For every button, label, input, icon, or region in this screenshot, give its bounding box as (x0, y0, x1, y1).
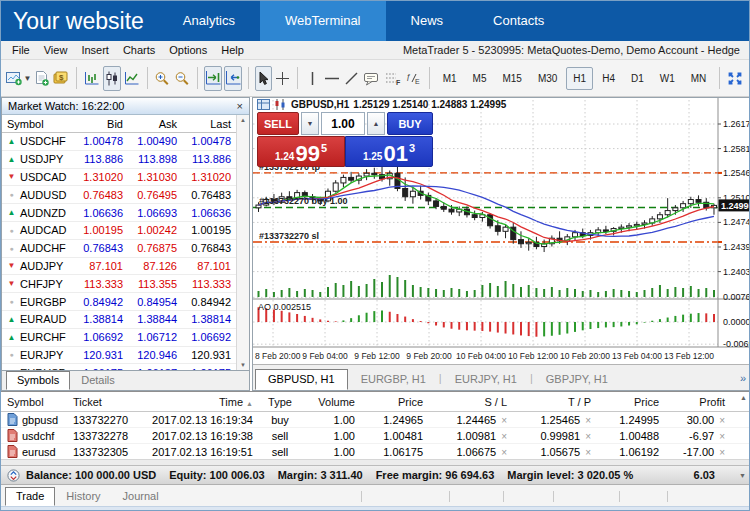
scroll-down-icon[interactable]: ▼ (739, 472, 746, 479)
tab-history[interactable]: History (55, 487, 111, 506)
menu-charts[interactable]: Charts (116, 44, 162, 56)
market-watch-row-audjpy[interactable]: ▼AUDJPY87.10187.12687.101 (2, 258, 236, 276)
timeframe-m5[interactable]: M5 (466, 67, 494, 90)
tabs-overflow-icon[interactable]: » (740, 372, 746, 384)
trendline-icon[interactable] (343, 66, 360, 91)
tab-symbols[interactable]: Symbols (6, 371, 70, 390)
nav-item-webterminal[interactable]: WebTerminal (260, 1, 386, 41)
fibo-icon[interactable]: F (383, 66, 402, 91)
timeframe-h1[interactable]: H1 (566, 67, 593, 90)
trade-row-usdchf[interactable]: usdchf1337322782017.02.13 16:19:38sell1.… (1, 428, 749, 444)
menu-file[interactable]: File (5, 44, 37, 56)
buy-price-panel[interactable]: 1.25 01 3 (345, 136, 433, 167)
cursor-icon[interactable] (255, 66, 272, 91)
column-header-sl[interactable]: S / L (429, 396, 513, 408)
new-order-icon[interactable] (33, 66, 50, 91)
market-watch-row-eurchf[interactable]: ▲EURCHF1.066921.067121.06692 (2, 329, 236, 347)
nav-item-analytics[interactable]: Analytics (158, 1, 260, 41)
remove-icon[interactable]: × (501, 447, 507, 458)
column-header-ask[interactable]: Ask (128, 118, 182, 130)
market-watch-row-audcad[interactable]: ●AUDCAD1.001951.002421.00195 (2, 222, 236, 240)
menu-insert[interactable]: Insert (74, 44, 116, 56)
remove-icon[interactable]: × (585, 415, 591, 426)
sell-price-panel[interactable]: 1.24 99 5 (257, 136, 345, 167)
column-header-price[interactable]: Price (361, 396, 429, 408)
bars-chart-icon[interactable] (83, 66, 101, 91)
menu-options[interactable]: Options (162, 44, 214, 56)
tab-journal[interactable]: Journal (112, 487, 170, 506)
column-header-symbol[interactable]: Symbol (1, 396, 67, 408)
timeframe-m15[interactable]: M15 (495, 67, 528, 90)
market-watch-scrollbar[interactable]: ▲ ▼ (236, 115, 249, 370)
scroll-up-icon[interactable]: ▲ (240, 117, 246, 123)
zoom-in-icon[interactable] (153, 66, 171, 91)
column-header-last[interactable]: Last (182, 118, 236, 130)
buy-button[interactable]: BUY (387, 112, 433, 135)
chart-tab-gbpusd-h1[interactable]: GBPUSD, H1 (255, 369, 348, 390)
chart-panel-icon[interactable] (257, 99, 270, 110)
fullscreen-icon[interactable] (726, 66, 744, 91)
deposit-icon[interactable]: $ (52, 66, 70, 91)
market-watch-row-usdcad[interactable]: ▼USDCAD1.310201.310301.31020 (2, 169, 236, 187)
new-chart-icon[interactable]: ▼ (6, 66, 31, 91)
timeframe-h4[interactable]: H4 (595, 67, 622, 90)
trade-row-gbpusd[interactable]: gbpusd1337322702017.02.13 16:19:34buy1.0… (1, 412, 749, 428)
column-header-symbol[interactable]: Symbol (2, 118, 74, 130)
remove-icon[interactable]: × (501, 415, 507, 426)
remove-icon[interactable]: × (501, 431, 507, 442)
crosshair-icon[interactable] (274, 66, 291, 91)
remove-icon[interactable]: × (719, 415, 725, 426)
timeframe-m30[interactable]: M30 (531, 67, 564, 90)
line-chart-icon[interactable] (123, 66, 141, 91)
horizontal-line-icon[interactable] (323, 66, 341, 91)
volume-down-button[interactable]: ▼ (301, 112, 319, 135)
market-watch-row-eurjpy[interactable]: ●EURJPY120.931120.946120.931 (2, 347, 236, 365)
trade-row-eurusd[interactable]: eurusd1337323052017.02.13 16:19:51sell1.… (1, 444, 749, 460)
remove-icon[interactable]: × (719, 431, 725, 442)
vertical-line-icon[interactable] (304, 66, 321, 91)
timeframe-mn[interactable]: MN (684, 67, 714, 90)
nav-item-contacts[interactable]: Contacts (468, 1, 569, 41)
remove-icon[interactable]: × (585, 431, 591, 442)
column-header-volume[interactable]: Volume (301, 396, 361, 408)
column-header-ticket[interactable]: Ticket (67, 396, 143, 408)
market-watch-row-audnzd[interactable]: ▲AUDNZD1.066361.066931.06636 (2, 204, 236, 222)
column-header-tp[interactable]: T / P (513, 396, 597, 408)
remove-icon[interactable]: × (719, 447, 725, 458)
sell-button[interactable]: SELL (257, 112, 299, 135)
market-watch-row-usdchf[interactable]: ▲USDCHF1.004781.004901.00478 (2, 133, 236, 151)
column-header-time[interactable]: Time▲ (143, 396, 259, 408)
chart-symbol-icon[interactable] (274, 99, 287, 110)
column-header-price[interactable]: Price (597, 396, 665, 408)
column-header-bid[interactable]: Bid (74, 118, 128, 130)
market-watch-row-audchf[interactable]: ●AUDCHF0.768430.768750.76843 (2, 240, 236, 258)
column-header-profit[interactable]: Profit (665, 396, 731, 408)
chart-shift-icon[interactable] (224, 66, 242, 91)
market-watch-row-audusd[interactable]: ●AUDUSD0.764830.764950.76483 (2, 186, 236, 204)
close-icon[interactable]: × (237, 100, 243, 112)
menu-help[interactable]: Help (214, 44, 251, 56)
chart-tab-gbpjpy-h1[interactable]: GBPJPY, H1 (533, 369, 621, 390)
market-watch-row-eurgbp[interactable]: ●EURGBP0.849420.849540.84942 (2, 293, 236, 311)
market-watch-row-chfjpy[interactable]: ▼CHFJPY113.333113.355113.333 (2, 275, 236, 293)
scroll-down-icon[interactable]: ▼ (240, 362, 246, 368)
timeframe-m1[interactable]: M1 (436, 67, 464, 90)
tab-details[interactable]: Details (70, 371, 126, 390)
market-watch-row-usdjpy[interactable]: ▲USDJPY113.886113.898113.886 (2, 151, 236, 169)
scroll-up-icon[interactable]: ▲ (740, 394, 747, 401)
text-comment-icon[interactable] (362, 66, 381, 91)
chart-tab-eurgbp-h1[interactable]: EURGBP, H1 (348, 369, 439, 390)
menu-view[interactable]: View (37, 44, 75, 56)
candles-chart-icon[interactable] (103, 66, 121, 91)
autoscroll-icon[interactable] (204, 66, 222, 91)
zoom-out-icon[interactable] (173, 66, 191, 91)
column-header-type[interactable]: Type (259, 396, 301, 408)
volume-up-button[interactable]: ▲ (367, 112, 385, 135)
nav-item-news[interactable]: News (386, 1, 469, 41)
chart-tab-eurjpy-h1[interactable]: EURJPY, H1 (442, 369, 530, 390)
timeframe-d1[interactable]: D1 (624, 67, 651, 90)
remove-icon[interactable]: × (585, 447, 591, 458)
timeframe-w1[interactable]: W1 (653, 67, 682, 90)
cycle-lines-icon[interactable]: ƒE (404, 66, 423, 91)
tab-trade[interactable]: Trade (5, 487, 55, 506)
